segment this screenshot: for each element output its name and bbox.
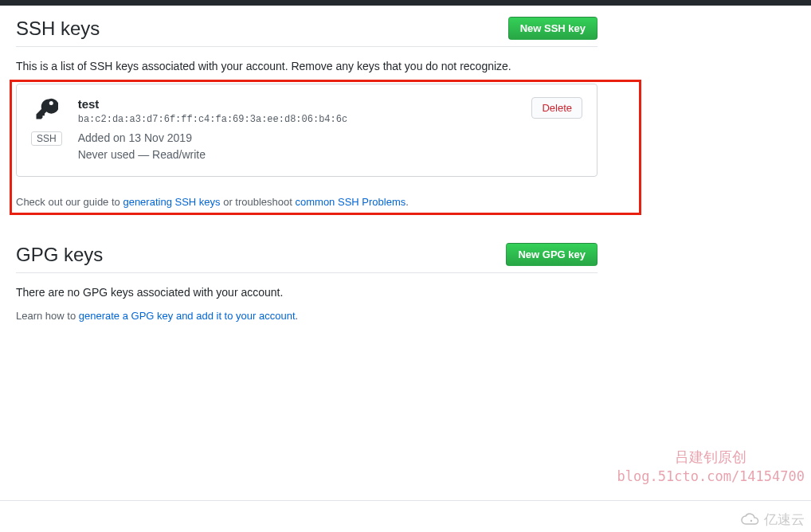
ssh-key-card: SSH test ba:c2:da:a3:d7:6f:ff:c4:fa:69:3… bbox=[16, 84, 597, 177]
learn-suffix: . bbox=[296, 310, 299, 322]
brand-watermark: 亿速云 bbox=[740, 510, 805, 529]
gpg-heading: GPG keys bbox=[16, 244, 103, 266]
gpg-description: There are no GPG keys associated with yo… bbox=[16, 286, 597, 299]
new-ssh-key-button[interactable]: New SSH key bbox=[508, 17, 597, 40]
learn-prefix: Learn how to bbox=[16, 310, 79, 322]
cloud-icon bbox=[740, 513, 761, 527]
generate-gpg-key-link[interactable]: generate a GPG key and add it to your ac… bbox=[79, 310, 296, 322]
key-icon-column: SSH bbox=[31, 97, 62, 146]
guide-mid: or troubleshoot bbox=[221, 196, 296, 208]
key-icon bbox=[34, 97, 58, 123]
author-watermark: 吕建钊原创 blog.51cto.com/14154700 bbox=[617, 448, 805, 487]
brand-text: 亿速云 bbox=[764, 510, 805, 529]
guide-suffix: . bbox=[406, 196, 409, 208]
generating-ssh-keys-link[interactable]: generating SSH keys bbox=[123, 196, 220, 208]
footer-separator bbox=[0, 500, 811, 501]
watermark-line1: 吕建钊原创 bbox=[617, 448, 805, 467]
key-usage: Never used — Read/write bbox=[78, 147, 532, 163]
new-gpg-key-button[interactable]: New GPG key bbox=[506, 243, 597, 266]
gpg-learn-text: Learn how to generate a GPG key and add … bbox=[16, 310, 597, 322]
key-fingerprint: ba:c2:da:a3:d7:6f:ff:c4:fa:69:3a:ee:d8:0… bbox=[78, 114, 532, 125]
key-info: test ba:c2:da:a3:d7:6f:ff:c4:fa:69:3a:ee… bbox=[78, 97, 532, 163]
top-bar bbox=[0, 0, 811, 6]
gpg-section-header: GPG keys New GPG key bbox=[16, 243, 597, 273]
key-added-date: Added on 13 Nov 2019 bbox=[78, 130, 532, 147]
guide-prefix: Check out our guide to bbox=[16, 196, 123, 208]
delete-button[interactable]: Delete bbox=[531, 97, 582, 119]
key-title: test bbox=[78, 97, 532, 111]
ssh-section-header: SSH keys New SSH key bbox=[16, 17, 597, 47]
ssh-badge: SSH bbox=[31, 131, 62, 146]
ssh-heading: SSH keys bbox=[16, 18, 100, 40]
svg-point-0 bbox=[750, 519, 752, 521]
watermark-line2: blog.51cto.com/14154700 bbox=[617, 467, 805, 487]
ssh-guide-text: Check out our guide to generating SSH ke… bbox=[16, 196, 597, 208]
ssh-description: This is a list of SSH keys associated wi… bbox=[16, 60, 597, 72]
common-ssh-problems-link[interactable]: common SSH Problems bbox=[296, 196, 406, 208]
